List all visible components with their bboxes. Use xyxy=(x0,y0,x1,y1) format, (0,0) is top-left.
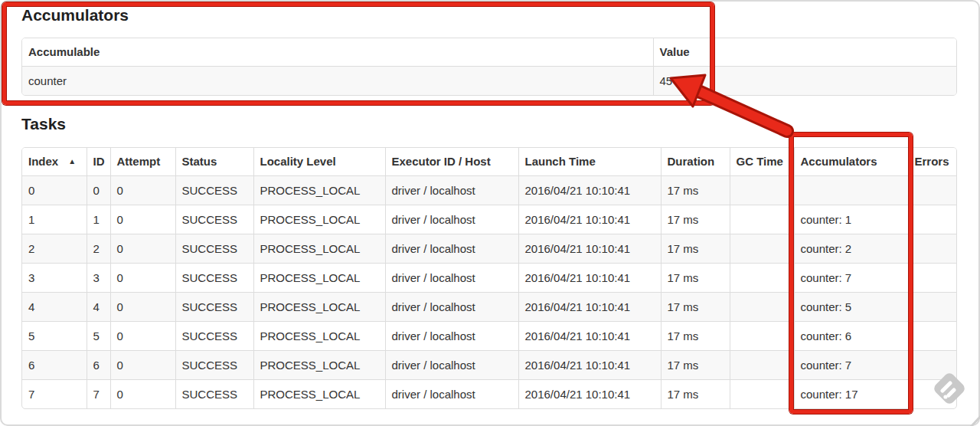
column-header-label: ID xyxy=(93,155,105,168)
cell-attempt: 0 xyxy=(110,380,175,409)
task-row: 660SUCCESSPROCESS_LOCALdriver / localhos… xyxy=(22,351,957,380)
cell-errors xyxy=(908,264,957,293)
cell-executor-id-host: driver / localhost xyxy=(385,293,518,322)
cell-errors xyxy=(908,176,957,205)
cell-index: 0 xyxy=(22,176,87,205)
column-header-label: Launch Time xyxy=(525,155,596,168)
cell-id: 2 xyxy=(87,234,110,264)
column-header-label: Index xyxy=(28,155,58,168)
cell-gc-time xyxy=(730,176,794,205)
cell-accumulators: counter: 1 xyxy=(794,205,908,234)
cell-launch-time: 2016/04/21 10:10:41 xyxy=(518,380,661,409)
column-header-value[interactable]: Value xyxy=(653,38,957,67)
cell-locality-level: PROCESS_LOCAL xyxy=(253,322,385,351)
column-header-accumulators[interactable]: Accumulators xyxy=(794,148,908,176)
tasks-header-row: Index▲IDAttemptStatusLocality LevelExecu… xyxy=(22,148,957,176)
cell-executor-id-host: driver / localhost xyxy=(385,234,518,264)
cell-errors xyxy=(908,322,957,351)
cell-duration: 17 ms xyxy=(661,205,730,234)
cell-errors xyxy=(908,380,957,409)
cell-attempt: 0 xyxy=(110,351,175,380)
cell-status: SUCCESS xyxy=(175,322,253,351)
cell-index: 2 xyxy=(22,234,87,264)
task-row: 440SUCCESSPROCESS_LOCALdriver / localhos… xyxy=(22,293,957,322)
task-row: 000SUCCESSPROCESS_LOCALdriver / localhos… xyxy=(22,176,957,205)
cell-duration: 17 ms xyxy=(661,176,730,205)
cell-id: 7 xyxy=(87,380,110,409)
column-header-label: Duration xyxy=(668,155,715,168)
column-header-label: GC Time xyxy=(737,155,783,168)
task-row: 220SUCCESSPROCESS_LOCALdriver / localhos… xyxy=(22,234,957,264)
cell-index: 6 xyxy=(22,351,87,380)
cell-id: 1 xyxy=(87,205,110,234)
cell-duration: 17 ms xyxy=(661,293,730,322)
task-row: 110SUCCESSPROCESS_LOCALdriver / localhos… xyxy=(22,205,957,234)
column-header-accumulable[interactable]: Accumulable xyxy=(22,38,653,67)
cell-attempt: 0 xyxy=(110,264,175,293)
cell-index: 5 xyxy=(22,322,87,351)
column-header-gc-time[interactable]: GC Time xyxy=(730,148,794,176)
column-header-executor-id-host[interactable]: Executor ID / Host xyxy=(385,148,518,176)
cell-locality-level: PROCESS_LOCAL xyxy=(253,351,385,380)
cell-status: SUCCESS xyxy=(175,351,253,380)
column-header-locality-level[interactable]: Locality Level xyxy=(253,148,385,176)
cell-attempt: 0 xyxy=(110,322,175,351)
tasks-table: Index▲IDAttemptStatusLocality LevelExecu… xyxy=(21,147,957,409)
cell-accumulators: counter: 6 xyxy=(794,322,908,351)
cell-locality-level: PROCESS_LOCAL xyxy=(253,293,385,322)
cell-gc-time xyxy=(730,322,794,351)
column-header-id[interactable]: ID xyxy=(87,148,110,176)
cell-launch-time: 2016/04/21 10:10:41 xyxy=(518,322,661,351)
cell-attempt: 0 xyxy=(110,176,175,205)
cell-index: 1 xyxy=(22,205,87,234)
cell-status: SUCCESS xyxy=(175,176,253,205)
cell-accumulators: counter: 5 xyxy=(794,293,908,322)
cell-errors xyxy=(908,293,957,322)
cell-attempt: 0 xyxy=(110,205,175,234)
cell-duration: 17 ms xyxy=(661,322,730,351)
column-header-index[interactable]: Index▲ xyxy=(22,148,87,176)
cell-id: 6 xyxy=(87,351,110,380)
cell-locality-level: PROCESS_LOCAL xyxy=(253,264,385,293)
cell-gc-time xyxy=(730,293,794,322)
cell-accumulators: counter: 7 xyxy=(794,264,908,293)
cell-index: 3 xyxy=(22,264,87,293)
cell-locality-level: PROCESS_LOCAL xyxy=(253,176,385,205)
cell-id: 0 xyxy=(87,176,110,205)
task-row: 770SUCCESSPROCESS_LOCALdriver / localhos… xyxy=(22,380,957,409)
cell-executor-id-host: driver / localhost xyxy=(385,322,518,351)
cell-index: 4 xyxy=(22,293,87,322)
cell-launch-time: 2016/04/21 10:10:41 xyxy=(518,234,661,264)
column-header-attempt[interactable]: Attempt xyxy=(110,148,175,176)
cell-attempt: 0 xyxy=(110,234,175,264)
cell-launch-time: 2016/04/21 10:10:41 xyxy=(518,293,661,322)
cell-gc-time xyxy=(730,351,794,380)
column-header-label: Locality Level xyxy=(260,155,336,168)
cell-status: SUCCESS xyxy=(175,293,253,322)
cell-accumulable-value: 45 xyxy=(653,67,957,96)
cell-launch-time: 2016/04/21 10:10:41 xyxy=(518,264,661,293)
column-header-label: Errors xyxy=(915,155,949,168)
column-header-errors[interactable]: Errors xyxy=(908,148,957,176)
accumulators-section-title: Accumulators xyxy=(21,6,129,25)
cell-gc-time xyxy=(730,380,794,409)
column-header-duration[interactable]: Duration xyxy=(661,148,730,176)
cell-launch-time: 2016/04/21 10:10:41 xyxy=(518,176,661,205)
cell-errors xyxy=(908,234,957,264)
column-header-label: Accumulators xyxy=(801,155,877,168)
cell-accumulators: counter: 17 xyxy=(794,380,908,409)
cell-errors xyxy=(908,205,957,234)
cell-executor-id-host: driver / localhost xyxy=(385,205,518,234)
cell-executor-id-host: driver / localhost xyxy=(385,264,518,293)
task-row: 550SUCCESSPROCESS_LOCALdriver / localhos… xyxy=(22,322,957,351)
cell-gc-time xyxy=(730,234,794,264)
cell-executor-id-host: driver / localhost xyxy=(385,380,518,409)
task-row: 330SUCCESSPROCESS_LOCALdriver / localhos… xyxy=(22,264,957,293)
column-header-launch-time[interactable]: Launch Time xyxy=(518,148,661,176)
cell-status: SUCCESS xyxy=(175,380,253,409)
cell-attempt: 0 xyxy=(110,293,175,322)
cell-gc-time xyxy=(730,264,794,293)
column-header-status[interactable]: Status xyxy=(175,148,253,176)
cell-accumulators xyxy=(794,176,908,205)
cell-locality-level: PROCESS_LOCAL xyxy=(253,234,385,264)
